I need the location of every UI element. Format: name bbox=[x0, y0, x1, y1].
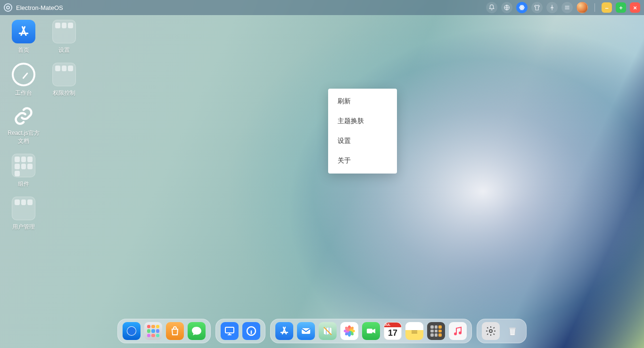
icon-label: 组件 bbox=[18, 180, 29, 188]
dock-system-settings[interactable] bbox=[482, 322, 500, 340]
app-title: Electron-MateOS bbox=[16, 4, 63, 11]
svg-point-1 bbox=[521, 7, 522, 8]
dock-photos[interactable] bbox=[340, 322, 358, 340]
dock-group-1 bbox=[117, 319, 211, 343]
dock-group-3: JUL17 bbox=[270, 319, 472, 343]
calendar-month: JUL bbox=[384, 323, 401, 327]
calendar-day: 17 bbox=[388, 328, 397, 338]
maximize-button[interactable]: + bbox=[616, 2, 626, 13]
dock-music[interactable] bbox=[449, 322, 467, 340]
menu-lines-icon[interactable] bbox=[561, 2, 573, 13]
dock-bag[interactable] bbox=[166, 322, 184, 340]
svg-point-13 bbox=[489, 330, 492, 332]
dock-info[interactable] bbox=[242, 322, 260, 340]
ctx-refresh[interactable]: 刷新 bbox=[328, 91, 397, 111]
folder-icon bbox=[12, 154, 35, 177]
topbar-title-area: Electron-MateOS bbox=[4, 3, 63, 12]
tray: – + × bbox=[486, 2, 640, 13]
dock-safari[interactable] bbox=[123, 322, 140, 340]
dock-group-4 bbox=[477, 319, 527, 343]
dock-mail[interactable] bbox=[297, 322, 315, 340]
dock-group-2 bbox=[215, 319, 265, 343]
shirt-icon[interactable] bbox=[531, 2, 543, 13]
topbar: Electron-MateOS – + × bbox=[0, 0, 644, 15]
icon-label: 首页 bbox=[18, 46, 29, 54]
ctx-about[interactable]: 关于 bbox=[328, 151, 397, 171]
svg-rect-10 bbox=[367, 329, 372, 333]
bell-icon[interactable] bbox=[486, 2, 497, 13]
dock-launchpad[interactable] bbox=[144, 322, 162, 340]
svg-rect-7 bbox=[225, 327, 234, 333]
dock-facetime[interactable] bbox=[362, 322, 380, 340]
context-menu: 刷新 主题换肤 设置 关于 bbox=[328, 89, 397, 174]
folder-icon bbox=[12, 197, 35, 220]
desktop-icon-components-folder[interactable]: 组件 bbox=[6, 154, 41, 188]
ctx-theme[interactable]: 主题换肤 bbox=[328, 111, 397, 131]
link-icon bbox=[13, 106, 34, 126]
folder-icon bbox=[52, 20, 76, 43]
svg-point-6 bbox=[127, 327, 136, 335]
desktop-icons: 首页 设置 工作台 权限控制 React.js官方文档 组件 用户管理 bbox=[6, 20, 82, 231]
dock-calendar[interactable]: JUL17 bbox=[384, 322, 402, 340]
dock-trash[interactable] bbox=[504, 322, 521, 340]
dock: JUL17 bbox=[117, 319, 527, 343]
gauge-icon bbox=[12, 63, 35, 86]
avatar[interactable] bbox=[577, 2, 588, 13]
icon-label: React.js官方文档 bbox=[6, 129, 41, 145]
desktop-icon-settings-folder[interactable]: 设置 bbox=[46, 20, 82, 54]
dock-calculator[interactable] bbox=[427, 322, 445, 340]
close-button[interactable]: × bbox=[630, 2, 640, 13]
folder-icon bbox=[52, 63, 76, 86]
desktop-icon-react-docs[interactable]: React.js官方文档 bbox=[6, 106, 41, 145]
dock-messages[interactable] bbox=[188, 322, 206, 340]
desktop-icon-user-mgmt-folder[interactable]: 用户管理 bbox=[6, 197, 41, 231]
dock-maps[interactable] bbox=[319, 322, 337, 340]
dock-display[interactable] bbox=[221, 322, 239, 340]
icon-label: 权限控制 bbox=[53, 89, 75, 97]
desktop-icon-workbench[interactable]: 工作台 bbox=[6, 63, 41, 97]
svg-point-12 bbox=[459, 332, 461, 334]
appstore-A-icon bbox=[12, 20, 35, 43]
desktop-icon-home[interactable]: 首页 bbox=[6, 20, 41, 54]
atom-icon[interactable] bbox=[516, 2, 528, 13]
icon-label: 工作台 bbox=[15, 89, 32, 97]
dock-appstore[interactable] bbox=[275, 322, 293, 340]
desktop-icon-permission-folder[interactable]: 权限控制 bbox=[46, 63, 82, 97]
ctx-settings[interactable]: 设置 bbox=[328, 131, 397, 151]
icon-label: 用户管理 bbox=[12, 223, 35, 231]
pin-icon[interactable] bbox=[546, 2, 558, 13]
icon-label: 设置 bbox=[58, 46, 70, 54]
dock-notes[interactable] bbox=[405, 322, 423, 340]
svg-point-11 bbox=[454, 333, 456, 335]
globe-icon[interactable] bbox=[501, 2, 512, 13]
electron-logo-icon bbox=[4, 3, 12, 12]
minimize-button[interactable]: – bbox=[602, 2, 612, 13]
